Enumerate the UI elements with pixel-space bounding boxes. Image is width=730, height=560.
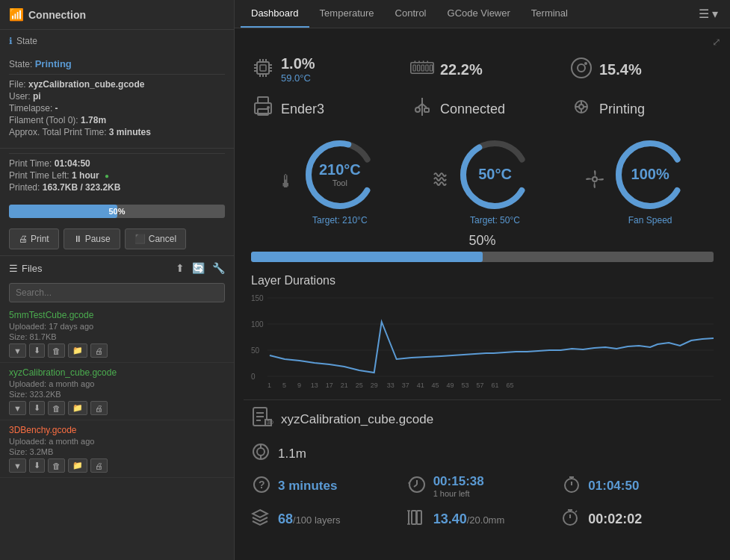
right-panel: Dashboard Temperature Control GCode View… <box>235 0 730 560</box>
file-btn-folder-1[interactable]: 📁 <box>68 401 87 415</box>
svg-point-42 <box>579 105 584 109</box>
svg-text:45: 45 <box>432 382 439 389</box>
search-input[interactable] <box>9 283 225 302</box>
file-btn-delete-2[interactable]: 🗑 <box>48 458 65 473</box>
bs-est-time: ? 3 minutes <box>251 471 403 501</box>
svg-text:150: 150 <box>251 294 264 302</box>
file-btn-folder-0[interactable]: 📁 <box>68 343 87 358</box>
files-toolbar: ⬆ 🔄 🔧 <box>176 262 225 274</box>
cancel-label: Cancel <box>149 234 176 244</box>
gauges-row: 🌡 210°C Tool Target: 210°C <box>244 137 721 225</box>
files-label: Files <box>22 263 42 274</box>
progress-bar-bg: 50% <box>9 205 225 218</box>
svg-rect-1 <box>260 65 266 71</box>
file-btn-delete-0[interactable]: 🗑 <box>48 343 65 358</box>
menu-icon: ☰ <box>699 7 709 21</box>
print-stats: Print Time: 01:04:50 Print Time Left: 1 … <box>0 149 234 200</box>
file-btn-download-2[interactable]: ⬇ <box>29 458 45 473</box>
print-button[interactable]: 🖨 Print <box>9 228 59 249</box>
upload-icon[interactable]: ⬆ <box>176 262 185 274</box>
info-printing: Printing <box>562 94 721 128</box>
tab-control[interactable]: Control <box>385 0 437 28</box>
tab-dashboard[interactable]: Dashboard <box>241 0 309 28</box>
ram-icon <box>410 60 434 80</box>
layer-timer-icon <box>561 508 582 530</box>
pause-button[interactable]: ⏸ Pause <box>64 228 120 249</box>
svg-rect-19 <box>430 65 432 71</box>
svg-rect-95 <box>417 511 421 524</box>
pause-icon: ⏸ <box>73 234 82 244</box>
file-btn-folder-2[interactable]: 📁 <box>68 458 87 473</box>
file-label: File: <box>9 79 26 90</box>
height-suffix: /20.0mm <box>467 514 505 526</box>
user-label: User: <box>9 91 31 102</box>
ls-layer-time-val: 00:02:02 <box>588 511 642 527</box>
file-name-1[interactable]: xyzCalibration_cube.gcode <box>9 367 225 378</box>
print-time-value: 01:04:50 <box>55 158 90 169</box>
layers-icon <box>251 508 272 530</box>
chart-container: 150 100 50 0 1 5 9 13 17 <box>251 292 714 396</box>
height-icon <box>406 508 427 530</box>
tab-gcode-viewer[interactable]: GCode Viewer <box>437 0 521 28</box>
metric-ram-values: 22.2% <box>440 61 483 78</box>
gauge-fan-label: Fan Speed <box>628 215 672 225</box>
file-btn-expand-0[interactable]: ▼ <box>9 343 26 358</box>
svg-text:?: ? <box>259 479 265 491</box>
file-btn-print-2[interactable]: 🖨 <box>90 458 108 473</box>
tabs-bar: Dashboard Temperature Control GCode View… <box>235 0 730 28</box>
est-time-value: 3 minutes <box>278 479 337 494</box>
state-body: State: Printing File: xyzCalibration_cub… <box>0 52 234 148</box>
state-status-line: State: Printing <box>9 58 225 69</box>
file-name-2[interactable]: 3DBenchy.gcode <box>9 425 225 435</box>
file-line: File: xyzCalibration_cube.gcode <box>9 79 225 90</box>
file-actions-0: ▼ ⬇ 🗑 📁 🖨 <box>9 343 225 358</box>
gauge-tool-value: 210°C <box>319 161 361 178</box>
print-time-elapsed: 01:04:50 <box>588 479 639 494</box>
refresh-icon[interactable]: 🔄 <box>192 262 205 274</box>
dashboard-content: ⤢ <box>235 28 730 560</box>
files-list-icon: ☰ <box>9 263 18 274</box>
gauge-group-fan: 100% Fan Speed <box>584 137 687 225</box>
gauge-bed-center: 50°C Bed <box>478 166 512 183</box>
file-btn-delete-1[interactable]: 🗑 <box>48 401 65 415</box>
svg-text:13: 13 <box>311 382 318 389</box>
settings-icon[interactable]: 🔧 <box>212 262 225 274</box>
main-progress-bg <box>251 252 714 262</box>
file-btn-download-0[interactable]: ⬇ <box>29 343 45 358</box>
file-btn-download-1[interactable]: ⬇ <box>29 401 45 415</box>
svg-text:5: 5 <box>282 382 286 389</box>
info-row: Ender3 Connected <box>244 94 721 128</box>
svg-text:29: 29 <box>371 382 378 389</box>
current-layer: 68 <box>278 511 293 526</box>
tab-temperature[interactable]: Temperature <box>309 0 385 28</box>
svg-rect-16 <box>418 65 420 71</box>
svg-rect-18 <box>426 65 428 71</box>
tab-terminal[interactable]: Terminal <box>521 0 578 28</box>
progress-bar-fill <box>9 205 117 218</box>
filament-row: 1.1m <box>244 439 721 468</box>
file-btn-expand-1[interactable]: ▼ <box>9 401 26 415</box>
expand-icon[interactable]: ⤢ <box>712 36 721 48</box>
gcode-file-icon: 3D <box>251 406 273 433</box>
file-btn-expand-2[interactable]: ▼ <box>9 458 26 473</box>
chart-svg: 150 100 50 0 1 5 9 13 17 <box>251 292 714 396</box>
gauge-fan-svg: 100% <box>613 137 687 212</box>
svg-point-30 <box>267 106 270 109</box>
state-section: ℹ State State: Printing File: xyzCalibra… <box>0 30 234 149</box>
file-btn-print-0[interactable]: 🖨 <box>90 343 108 358</box>
divider-1 <box>9 74 225 75</box>
layer-stats: 68/100 layers 13.40/20.0mm <box>244 505 721 535</box>
list-item: xyzCalibration_cube.gcode Uploaded: a mo… <box>0 363 234 420</box>
disk-icon <box>569 56 593 84</box>
main-progress-fill <box>251 252 483 262</box>
tab-menu-button[interactable]: ☰ ▾ <box>693 1 724 27</box>
gcode-section: 3D xyzCalibration_cube.gcode <box>244 399 721 439</box>
cancel-button[interactable]: ⬛ Cancel <box>125 228 186 249</box>
file-btn-print-1[interactable]: 🖨 <box>90 401 108 415</box>
metric-cpu-values: 1.0% 59.0°C <box>281 55 315 84</box>
print-status: Printing <box>599 102 645 117</box>
state-header: ℹ State <box>0 30 234 52</box>
approx-time-line: Approx. Total Print Time: 3 minutes <box>9 127 225 137</box>
file-name-0[interactable]: 5mmTestCube.gcode <box>9 310 225 320</box>
print-label: Print <box>31 234 49 244</box>
